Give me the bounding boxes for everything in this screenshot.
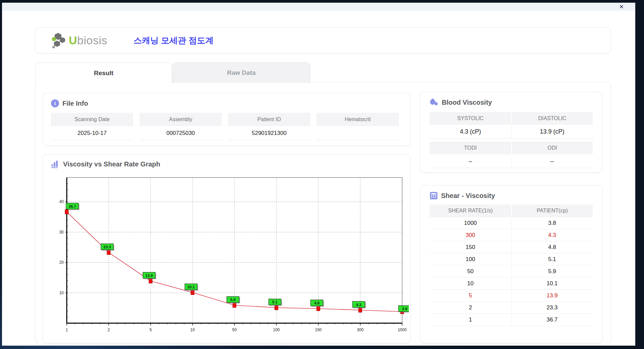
field-label: Scanning Date	[51, 113, 133, 126]
todi-header: TODI	[430, 142, 511, 154]
svg-text:4.8: 4.8	[314, 301, 320, 305]
svg-text:40: 40	[59, 199, 64, 204]
ubiosis-logo: Ubiosis	[51, 32, 107, 48]
shear-viscosity-table: SHEAR RATE(1/s) PATIENT(cp) 10003.83004.…	[430, 204, 593, 326]
svg-text:2: 2	[108, 328, 110, 332]
file-info-field-hematocrit: Hematocrit	[317, 113, 399, 140]
table-grid-icon	[430, 192, 438, 200]
svg-text:4.3: 4.3	[356, 303, 362, 307]
patient-cell: 5.9	[511, 265, 593, 278]
shear-rate-cell: 10	[430, 278, 511, 290]
svg-text:10: 10	[190, 328, 195, 332]
viscosity-shear-chart: 102030401251050100150300100036.723.313.9…	[48, 175, 409, 338]
odi-value: –	[511, 154, 593, 168]
close-icon[interactable]: ✕	[619, 4, 624, 10]
field-label: Hematocrit	[317, 113, 399, 126]
shear-rate-cell: 100	[430, 253, 511, 265]
diastolic-header: DIASTOLIC	[511, 112, 593, 125]
file-info-field-patient-id: Patient ID52901921300	[228, 113, 310, 140]
shear-viscosity-title: Shear - Viscosity	[441, 192, 495, 200]
graph-title: Viscosity vs Shear Rate Graph	[63, 160, 160, 168]
svg-text:300: 300	[357, 328, 364, 332]
systolic-header: SYSTOLIC	[430, 112, 511, 125]
file-info-title: File Info	[62, 100, 88, 107]
patient-cell: 5.1	[511, 253, 593, 265]
svg-text:20: 20	[59, 260, 64, 265]
graph-card: Viscosity vs Shear Rate Graph 1020304012…	[43, 154, 411, 343]
patient-cell: 13.9	[511, 290, 593, 302]
shear-rate-cell: 2	[430, 302, 511, 314]
header-card: Ubiosis 스캐닝 모세관 점도계	[35, 27, 611, 53]
svg-text:30: 30	[59, 230, 64, 235]
table-row: 513.9	[430, 290, 593, 302]
field-value: 000725030	[140, 126, 222, 140]
svg-text:10.1: 10.1	[187, 285, 195, 289]
patient-cell: 4.3	[511, 229, 593, 241]
app-window: ✕ Ubiosis 스캐닝 모세관 점도계 Result Raw Data i …	[2, 3, 635, 346]
window-titlebar: ✕	[2, 3, 635, 11]
field-value: 52901921300	[228, 126, 310, 140]
ubiosis-logo-text: Ubiosis	[69, 34, 107, 47]
svg-text:5.9: 5.9	[230, 298, 236, 302]
todi-value: –	[430, 154, 511, 168]
shear-rate-cell: 50	[430, 265, 511, 278]
table-row: 136.7	[430, 314, 593, 326]
table-row: 1504.8	[430, 241, 593, 253]
svg-text:5: 5	[150, 328, 152, 332]
bar-chart-icon	[51, 160, 60, 168]
file-info-fields: Scanning Date2025-10-17Assembly000725030…	[51, 113, 410, 140]
shear-rate-cell: 5	[430, 290, 511, 302]
file-info-field-scanning-date: Scanning Date2025-10-17	[51, 113, 133, 140]
table-row: 10003.8	[430, 217, 593, 229]
page-title: 스캐닝 모세관 점도계	[133, 35, 214, 46]
field-value	[317, 126, 399, 140]
svg-text:23.3: 23.3	[103, 245, 111, 249]
field-label: Assembly	[140, 113, 222, 126]
table-row: 1010.1	[430, 278, 593, 290]
file-info-card: i File Info Scanning Date2025-10-17Assem…	[43, 93, 411, 146]
table-row: 1005.1	[430, 253, 593, 265]
shear-rate-cell: 1	[430, 314, 511, 326]
shear-rate-cell: 1000	[430, 217, 511, 229]
svg-text:3.8: 3.8	[402, 307, 408, 311]
blood-viscosity-table: SYSTOLIC DIASTOLIC 4.3 (cP) 13.9 (cP) TO…	[430, 112, 593, 168]
svg-text:1: 1	[66, 328, 68, 332]
blood-viscosity-title: Blood Viscosity	[442, 99, 492, 106]
info-icon: i	[51, 99, 59, 107]
ubiosis-logo-icon	[51, 32, 67, 48]
svg-text:100: 100	[273, 328, 280, 332]
odi-header: ODI	[511, 142, 593, 154]
patient-cell: 23.3	[511, 302, 593, 314]
shear-rate-cell: 150	[430, 241, 511, 253]
svg-text:10: 10	[59, 291, 64, 295]
tab-result[interactable]: Result	[35, 62, 172, 83]
svg-text:13.9: 13.9	[145, 273, 153, 278]
table-row: 223.3	[430, 302, 593, 314]
shear-rate-cell: 300	[430, 229, 511, 241]
file-info-field-assembly: Assembly000725030	[140, 113, 222, 140]
patient-cell: 3.8	[511, 217, 593, 229]
table-row: 3004.3	[430, 229, 593, 241]
svg-text:36.7: 36.7	[68, 204, 76, 208]
main-content: i File Info Scanning Date2025-10-17Assem…	[35, 82, 611, 344]
blood-drops-icon	[430, 98, 438, 107]
tab-raw-data[interactable]: Raw Data	[172, 62, 310, 83]
patient-column-header: PATIENT(cp)	[511, 204, 593, 217]
field-value: 2025-10-17	[51, 126, 133, 140]
field-label: Patient ID	[228, 113, 310, 126]
table-row: 505.9	[430, 265, 593, 278]
svg-text:50: 50	[232, 328, 237, 332]
patient-cell: 10.1	[511, 278, 593, 290]
patient-cell: 36.7	[511, 314, 593, 326]
diastolic-value: 13.9 (cP)	[511, 125, 593, 139]
shear-rate-column-header: SHEAR RATE(1/s)	[430, 204, 511, 217]
patient-cell: 4.8	[511, 241, 593, 253]
svg-text:1000: 1000	[398, 328, 407, 332]
blood-viscosity-card: Blood Viscosity SYSTOLIC DIASTOLIC 4.3 (…	[420, 92, 602, 173]
systolic-value: 4.3 (cP)	[430, 125, 511, 139]
shear-viscosity-card: Shear - Viscosity SHEAR RATE(1/s) PATIEN…	[420, 185, 602, 343]
svg-text:150: 150	[315, 328, 322, 332]
svg-text:5.1: 5.1	[272, 300, 278, 304]
